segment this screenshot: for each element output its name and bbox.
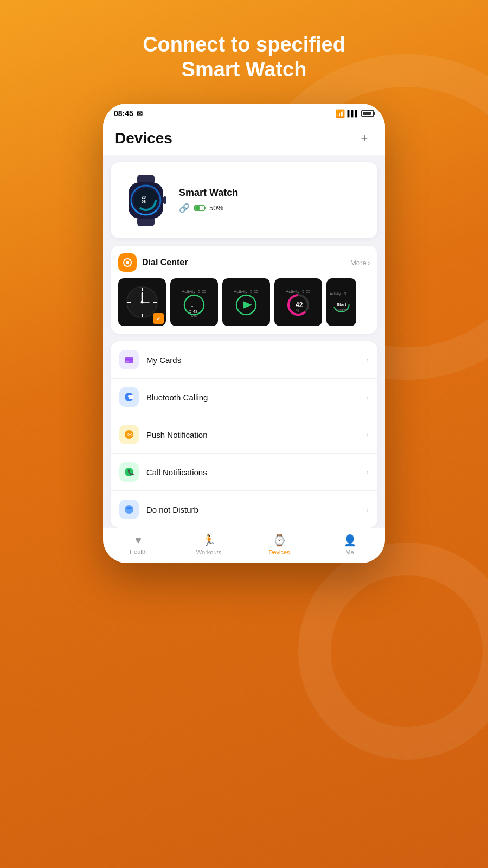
health-icon: ♥ xyxy=(135,534,142,546)
device-info: Smart Watch 🔗 50% xyxy=(179,187,367,213)
svg-point-5 xyxy=(134,188,158,212)
bluetooth-calling-item[interactable]: ☎ Bluetooth Calling › xyxy=(111,379,377,416)
svg-text:📞: 📞 xyxy=(127,469,134,476)
nav-health[interactable]: ♥ Health xyxy=(122,534,155,556)
my-cards-label: My Cards xyxy=(146,355,358,365)
device-card[interactable]: 20 08 Smart Watch 🔗 50% xyxy=(111,162,377,238)
svg-text:%: % xyxy=(296,309,299,312)
page-header: Devices + xyxy=(103,121,385,155)
svg-text:5:: 5: xyxy=(344,292,347,296)
bg-decoration-2 xyxy=(298,542,488,760)
svg-text:5,43: 5,43 xyxy=(189,309,198,314)
battery-icon xyxy=(361,110,374,117)
health-label: Health xyxy=(130,548,147,555)
dial-thumbnails: ✓ Activity 5:25 ↓ 5,43 Mts xyxy=(118,278,370,326)
nav-me[interactable]: 👤 Me xyxy=(333,534,366,556)
svg-text:5:25: 5:25 xyxy=(198,289,207,294)
svg-rect-48 xyxy=(126,361,129,362)
push-notification-icon: ✉ xyxy=(119,425,139,444)
watch-image: 20 08 xyxy=(121,173,170,227)
svg-text:5:25: 5:25 xyxy=(302,289,311,294)
dial-thumb-1[interactable]: ✓ xyxy=(118,278,166,326)
dial-center-icon xyxy=(118,253,137,272)
call-notifications-icon: 📞 xyxy=(119,462,139,482)
status-bar: 08:45 ✉ 📶 ▌▌▌ xyxy=(103,104,385,121)
dial-thumb-4[interactable]: Activity 5:25 42 % xyxy=(274,278,322,326)
device-battery-percent: 50% xyxy=(209,204,223,212)
svg-text:20: 20 xyxy=(142,195,146,199)
svg-point-20 xyxy=(141,301,144,304)
svg-text:Loading: Loading xyxy=(336,308,347,311)
svg-text:5:25: 5:25 xyxy=(250,289,259,294)
nav-devices[interactable]: ⌚ Devices xyxy=(263,534,296,556)
svg-text:Activity: Activity xyxy=(182,289,195,294)
svg-text:↓: ↓ xyxy=(190,300,194,309)
device-status: 🔗 50% xyxy=(179,203,367,213)
svg-text:08: 08 xyxy=(142,200,146,203)
chevron-right-icon: › xyxy=(368,259,370,267)
call-notifications-chevron: › xyxy=(366,468,369,476)
bluetooth-calling-icon: ☎ xyxy=(119,387,139,407)
page-hero-title: Connect to specified Smart Watch xyxy=(99,33,389,82)
push-notification-item[interactable]: ✉ Push Notification › xyxy=(111,416,377,454)
bottom-navigation: ♥ Health 🏃 Workouts ⌚ Devices 👤 Me xyxy=(103,528,385,563)
my-cards-icon xyxy=(119,350,139,369)
do-not-disturb-item[interactable]: Do not Disturb › xyxy=(111,491,377,528)
dial-center-title: Dial Center xyxy=(142,258,188,267)
do-not-disturb-label: Do not Disturb xyxy=(146,505,358,514)
link-icon: 🔗 xyxy=(179,203,190,213)
me-label: Me xyxy=(345,549,354,556)
call-notifications-item[interactable]: 📞 Call Notifications › xyxy=(111,454,377,491)
svg-text:Activity: Activity xyxy=(286,289,299,294)
do-not-disturb-chevron: › xyxy=(366,505,369,514)
workouts-icon: 🏃 xyxy=(202,534,216,547)
dial-thumb-5[interactable]: Activity 5: Start Loading xyxy=(326,278,356,326)
signal-icon-1: ▌▌▌ xyxy=(348,110,358,117)
wifi-icon: 📶 xyxy=(336,109,345,118)
phone-mockup: 08:45 ✉ 📶 ▌▌▌ Devices + xyxy=(103,104,385,563)
dial-thumb-2[interactable]: Activity 5:25 ↓ 5,43 Mts xyxy=(170,278,218,326)
page-title: Devices xyxy=(115,130,172,147)
svg-text:Start: Start xyxy=(337,302,346,307)
status-time: 08:45 xyxy=(114,109,133,118)
svg-rect-9 xyxy=(163,196,166,204)
device-name: Smart Watch xyxy=(179,187,367,199)
add-device-button[interactable]: + xyxy=(356,130,373,147)
bluetooth-calling-label: Bluetooth Calling xyxy=(146,393,358,402)
svg-point-11 xyxy=(126,261,129,264)
my-cards-chevron: › xyxy=(366,355,369,364)
screen-content: Devices + xyxy=(103,121,385,528)
svg-text:✉: ✉ xyxy=(127,431,132,438)
svg-text:Mts: Mts xyxy=(191,314,197,317)
call-notifications-label: Call Notifications xyxy=(146,468,358,477)
my-cards-item[interactable]: My Cards › xyxy=(111,341,377,379)
nav-workouts[interactable]: 🏃 Workouts xyxy=(192,534,225,556)
device-battery-icon xyxy=(194,205,205,211)
workouts-label: Workouts xyxy=(196,549,221,556)
me-icon: 👤 xyxy=(343,534,357,547)
push-notification-label: Push Notification xyxy=(146,430,358,439)
svg-text:Activity: Activity xyxy=(330,292,341,296)
svg-text:☎: ☎ xyxy=(127,394,134,400)
devices-icon: ⌚ xyxy=(273,534,286,547)
svg-text:Activity: Activity xyxy=(234,289,247,294)
dial-center-header: Dial Center More › xyxy=(118,253,370,272)
dial-center-more-button[interactable]: More › xyxy=(350,259,370,267)
dial-center-section: Dial Center More › xyxy=(111,246,377,334)
devices-label: Devices xyxy=(268,549,290,556)
mail-icon: ✉ xyxy=(137,110,143,118)
do-not-disturb-icon xyxy=(119,500,139,519)
svg-rect-47 xyxy=(125,359,133,360)
svg-text:42: 42 xyxy=(296,301,303,309)
menu-list: My Cards › ☎ Bluetooth Calling › xyxy=(111,341,377,528)
push-notification-chevron: › xyxy=(366,430,369,439)
bluetooth-calling-chevron: › xyxy=(366,393,369,401)
dial-thumb-3[interactable]: Activity 5:25 xyxy=(222,278,270,326)
